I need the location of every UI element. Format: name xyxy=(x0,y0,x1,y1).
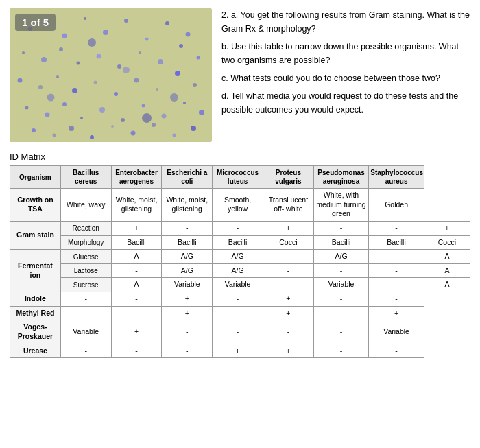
table-cell: Bacilli xyxy=(162,235,213,250)
svg-point-16 xyxy=(139,51,141,54)
svg-point-29 xyxy=(193,83,197,87)
table-cell: Variable xyxy=(60,320,111,344)
table-cell: A/G xyxy=(213,263,263,278)
svg-point-8 xyxy=(165,21,169,25)
svg-point-41 xyxy=(53,134,56,137)
svg-point-30 xyxy=(25,106,29,110)
row-header: Voges-Proskauer xyxy=(10,320,61,344)
svg-point-17 xyxy=(158,59,163,64)
svg-point-33 xyxy=(80,117,83,119)
table-cell: + xyxy=(263,292,313,307)
table-row: Methyl Red--+-+-+ xyxy=(10,306,470,320)
table-cell: - xyxy=(313,344,369,358)
svg-point-22 xyxy=(56,75,59,78)
svg-point-53 xyxy=(170,93,178,102)
table-cell: A/G xyxy=(313,250,369,264)
table-cell: - xyxy=(162,344,213,358)
table-cell: - xyxy=(263,263,313,278)
table-cell: - xyxy=(263,320,313,344)
col-micrococcus: Micrococcus luteus xyxy=(213,166,263,189)
svg-point-11 xyxy=(41,57,47,62)
table-cell: A xyxy=(111,278,162,292)
svg-point-31 xyxy=(45,113,50,117)
table-cell: - xyxy=(60,306,111,320)
table-cell: - xyxy=(213,292,263,307)
table-cell: - xyxy=(313,306,369,320)
sub-header: Lactose xyxy=(60,263,111,278)
table-cell: - xyxy=(313,320,369,344)
svg-point-12 xyxy=(59,47,63,51)
table-cell: Transl ucent off- white xyxy=(263,189,313,222)
table-cell: Bacilli xyxy=(313,235,369,250)
table-cell: - xyxy=(162,221,213,235)
svg-point-9 xyxy=(186,32,191,37)
table-cell: Variable xyxy=(162,278,213,292)
col-staph: Staphylococcus aureus xyxy=(369,166,424,189)
table-cell: A xyxy=(111,250,162,264)
id-matrix-section: ID Matrix Organism Bacillus cereus Enter… xyxy=(0,149,480,368)
svg-point-39 xyxy=(199,110,204,115)
table-row: FermentationGlucoseAA/GA/G-A/G-A xyxy=(10,250,470,264)
top-section: 1 of 5 2. a. You get the following resul… xyxy=(0,0,480,149)
question-c: c. What tests could you do to choose bet… xyxy=(221,71,470,85)
table-cell: - xyxy=(313,292,369,307)
table-cell: White, moist, glistening xyxy=(162,189,213,222)
table-cell: White, moist, glistening xyxy=(111,189,162,222)
row-header: Indole xyxy=(10,292,61,307)
table-cell: A xyxy=(424,263,470,278)
svg-point-25 xyxy=(114,92,118,96)
svg-point-46 xyxy=(152,123,156,127)
table-row: Urease---++-- xyxy=(10,344,470,358)
svg-point-10 xyxy=(22,51,25,54)
table-cell: - xyxy=(369,263,424,278)
table-cell: Cocci xyxy=(424,235,470,250)
table-cell: White, with medium turning green xyxy=(313,189,369,222)
table-cell: + xyxy=(213,344,263,358)
table-cell: + xyxy=(263,344,313,358)
table-cell: - xyxy=(60,344,111,358)
sub-header: Morphology xyxy=(60,235,111,250)
table-cell: + xyxy=(111,221,162,235)
svg-point-28 xyxy=(175,71,180,76)
table-cell: - xyxy=(263,278,313,292)
group-header: Gram stain xyxy=(10,221,61,249)
svg-point-19 xyxy=(197,56,200,60)
table-cell: Bacilli xyxy=(213,235,263,250)
table-cell: + xyxy=(424,221,470,235)
table-cell: A/G xyxy=(162,250,213,264)
table-row: MorphologyBacilliBacilliBacilliCocciBaci… xyxy=(10,235,470,250)
svg-point-3 xyxy=(62,34,67,38)
svg-point-43 xyxy=(90,135,94,139)
matrix-body: Growth on TSAWhite, waxyWhite, moist, gl… xyxy=(10,189,470,358)
table-cell: - xyxy=(313,221,369,235)
table-cell: - xyxy=(60,292,111,307)
table-cell: - xyxy=(213,221,263,235)
table-cell: Variable xyxy=(213,278,263,292)
row-header: Urease xyxy=(10,344,61,358)
table-cell: A/G xyxy=(213,250,263,264)
table-cell: + xyxy=(111,320,162,344)
col-organism: Organism xyxy=(10,166,61,189)
svg-point-45 xyxy=(131,131,136,136)
table-row: Indole--+-+-- xyxy=(10,292,470,307)
svg-point-24 xyxy=(94,81,97,84)
table-cell: - xyxy=(162,320,213,344)
svg-point-38 xyxy=(183,102,186,104)
svg-point-51 xyxy=(142,113,152,123)
svg-point-7 xyxy=(145,38,149,41)
table-row: Growth on TSAWhite, waxyWhite, moist, gl… xyxy=(10,189,470,222)
col-pseudomonas: Pseudomonas aeruginosa xyxy=(313,166,369,189)
table-cell: - xyxy=(111,306,162,320)
question-a-text: a. You get the following results from Gr… xyxy=(221,10,470,34)
table-cell: + xyxy=(162,306,213,320)
table-cell: Golden xyxy=(369,189,424,222)
table-cell: - xyxy=(369,278,424,292)
svg-point-44 xyxy=(111,125,114,128)
table-cell: Variable xyxy=(313,278,369,292)
svg-point-15 xyxy=(117,64,121,69)
table-cell: + xyxy=(263,221,313,235)
svg-point-13 xyxy=(77,62,80,65)
table-cell: + xyxy=(162,292,213,307)
svg-point-37 xyxy=(162,114,167,119)
svg-point-47 xyxy=(173,134,176,137)
